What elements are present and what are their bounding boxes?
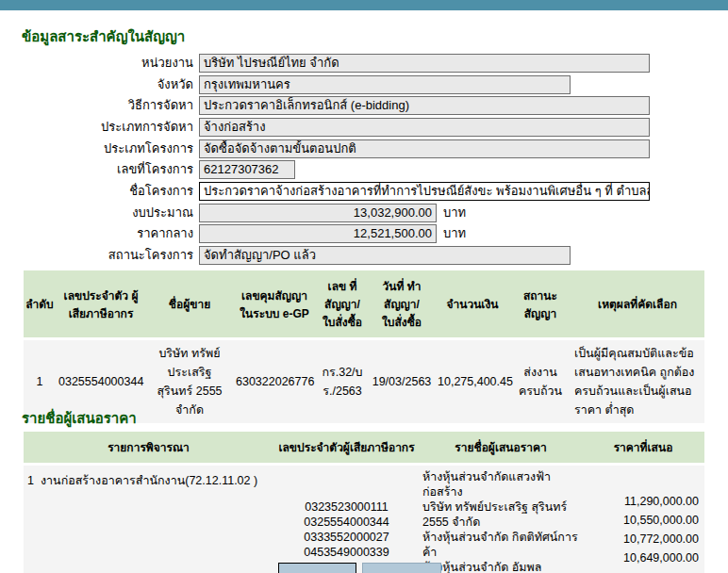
bidders-table-row: 1งานก่อสร้างอาคารสำนักงาน(72.12.11.02 ) … [24,466,704,573]
offered-price: 10,649,000.00 [585,548,699,567]
bidder-name: ห้างหุ้นส่วนจำกัดแสวงฟ้าก่อสร้าง [422,469,579,499]
egp-no-cell: 630322026776 [233,340,316,423]
bidders-section-title: รายชื่อผู้เสนอราคา [22,407,137,430]
reference-price-field: 12,521,500.00 [199,224,437,243]
bidder-name: บริษัท ทรัพย์ประเสริฐ สุรินทร์ 2555 จำกั… [422,499,579,530]
agency-field: บริษัท ไปรษณีย์ไทย จำกัด [199,54,650,73]
reference-price-label: ราคากลาง [0,224,193,243]
bidder-tax-id: 0325554000344 [276,515,417,530]
page-title: ข้อมูลสาระสำคัญในสัญญา [22,25,185,48]
bidder-names-cell: ห้างหุ้นส่วนจำกัดแสวงฟ้าก่อสร้าง บริษัท … [420,466,582,573]
col-header-bidder-name: รายชื่อผู้เสนอราคา [420,432,582,463]
col-header-contract-status: สถานะ สัญญา [510,270,571,337]
col-header-contract-date: วันที่ ทำสัญญา/ ใบสั่งซื้อ [369,270,435,337]
project-name-input[interactable]: ประกวดราคาจ้างก่อสร้างอาคารที่ทำการไปรษณ… [199,182,650,201]
procurement-method-label: วิธีการจัดหา [0,96,193,115]
top-accent-bar [0,0,728,10]
project-type-label: ประเภทโครงการ [0,139,193,158]
consideration-item-text: งานก่อสร้างอาคารสำนักงาน(72.12.11.02 ) [41,474,257,487]
col-header-amount: จำนวนเงิน [435,270,510,337]
col-header-tax-id: เลขประจำตัว ผู้เสียภาษีอากร [56,270,146,337]
budget-label: งบประมาณ [0,204,193,222]
contract-summary-page: ข้อมูลสาระสำคัญในสัญญา หน่วยงาน บริษัท ไ… [0,0,728,573]
col-header-consideration-item: รายการพิจารณา [24,432,273,463]
bottom-right-button[interactable] [362,563,441,573]
col-header-egp-no: เลขคุมสัญญา ในระบบ e-GP [233,270,316,337]
bidder-tax-id: 0453549000339 [276,545,417,560]
project-number-label: เลขที่โครงการ [0,160,193,179]
col-header-seq: ลำดับ [24,270,56,337]
budget-unit-label: บาท [443,204,466,222]
agency-label: หน่วยงาน [0,54,193,73]
bidders-seq: 1 [27,474,41,487]
province-label: จังหวัด [0,75,193,94]
bidder-tax-id: 0323523000111 [276,499,417,515]
contract-date-cell: 19/03/2563 [369,340,435,423]
bidder-name: ห้างหุ้นส่วนจำกัด กิตติทัศน์การค้า [422,530,579,560]
col-header-contract-no: เลข ที่สัญญา/ ใบสั่งซื้อ [316,270,369,337]
bidders-table: รายการพิจารณา เลขประจำตัวผู้เสียภาษีอากร… [24,432,704,573]
bidder-tax-id: 0333552000027 [276,530,417,545]
bidders-table-header-row: รายการพิจารณา เลขประจำตัวผู้เสียภาษีอากร… [24,432,704,463]
project-name-label: ชื่อโครงการ [0,182,193,201]
project-status-label: สถานะโครงการ [0,246,193,265]
offered-price: 11,290,000.00 [585,492,699,511]
offered-prices-cell: 11,290,000.00 10,550,000.00 10,772,000.0… [582,466,704,573]
contract-status-cell: ส่งงานครบถ้วน [510,340,571,423]
amount-cell: 10,275,400.45 [435,340,510,423]
bottom-left-button[interactable] [278,563,356,573]
offered-price: 10,772,000.00 [585,530,699,548]
contract-table: ลำดับ เลขประจำตัว ผู้เสียภาษีอากร ชื่อผู… [24,270,704,423]
procurement-method-field: ประกวดราคาอิเล็กทรอนิกส์ (e-bidding) [199,96,650,115]
col-header-vendor: ชื่อผู้ขาย [146,270,233,337]
contract-table-header-row: ลำดับ เลขประจำตัว ผู้เสียภาษีอากร ชื่อผู… [24,270,704,337]
offered-price: 10,550,000.00 [585,511,699,530]
contract-no-cell: กร.32/บร./2563 [316,340,369,423]
procurement-type-field: จ้างก่อสร้าง [199,118,650,137]
bidder-tax-ids-cell: 0323523000111 0325554000344 033355200002… [273,466,420,573]
col-header-offered-price: ราคาที่เสนอ [582,432,704,463]
project-number-field: 62127307362 [199,160,295,179]
procurement-type-label: ประเภทการจัดหา [0,118,193,137]
consideration-item-cell: 1งานก่อสร้างอาคารสำนักงาน(72.12.11.02 ) [24,466,273,573]
project-status-field: จัดทำสัญญา/PO แล้ว [199,246,571,265]
project-type-field: จัดซื้อจัดจ้างตามขั้นตอนปกติ [199,139,650,158]
reference-price-unit-label: บาท [443,224,466,243]
province-field: กรุงเทพมหานคร [199,75,571,94]
col-header-bidder-tax-id: เลขประจำตัวผู้เสียภาษีอากร [273,432,420,463]
budget-field: 13,032,900.00 [199,204,437,222]
bidder-name: ห้างหุ้นส่วนจำกัด อัมพลก่อสร้าง 2006 [422,560,579,573]
selection-reason-cell: เป็นผู้มีคุณสมบัติและข้อเสนอทางเทคนิค ถู… [571,340,704,423]
col-header-selection-reason: เหตุผลที่คัดเลือก [571,270,704,337]
vendor-cell: บริษัท ทรัพย์ประเสริฐ สุรินทร์ 2555 จำกั… [146,340,233,423]
